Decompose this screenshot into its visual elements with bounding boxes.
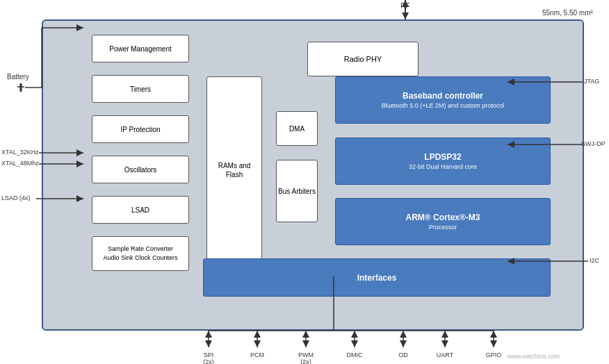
ip-protection-box: IP Protection bbox=[92, 115, 189, 143]
sample-rate-box: Sample Rate Converter Audio Sink Clock C… bbox=[92, 236, 189, 271]
svg-text:SWJ-DP: SWJ-DP bbox=[581, 140, 606, 147]
chip-diagram: Radio PHY Power Management Timers IP Pro… bbox=[42, 19, 584, 331]
svg-marker-2 bbox=[402, 0, 409, 7]
svg-marker-49 bbox=[400, 340, 407, 347]
svg-marker-40 bbox=[302, 340, 309, 347]
svg-text:PWM: PWM bbox=[298, 351, 314, 358]
svg-text:I2C: I2C bbox=[590, 257, 600, 264]
rams-flash-box: RAMs and Flash bbox=[206, 76, 262, 264]
svg-text:OD: OD bbox=[398, 351, 408, 358]
svg-marker-56 bbox=[490, 331, 497, 338]
svg-text:JTAG: JTAG bbox=[584, 78, 599, 85]
svg-text:www.eetchina.com: www.eetchina.com bbox=[507, 353, 560, 360]
svg-marker-35 bbox=[254, 331, 261, 338]
svg-marker-39 bbox=[302, 331, 309, 338]
svg-marker-45 bbox=[351, 340, 358, 347]
svg-marker-36 bbox=[254, 340, 261, 347]
svg-text:XTAL_32KHz: XTAL_32KHz bbox=[1, 149, 39, 156]
oscillators-box: Oscillators bbox=[92, 156, 189, 183]
svg-marker-44 bbox=[351, 331, 358, 338]
svg-marker-3 bbox=[402, 13, 409, 19]
svg-marker-48 bbox=[400, 331, 407, 338]
svg-text:PCM: PCM bbox=[250, 351, 264, 358]
svg-text:Battery: Battery bbox=[7, 73, 29, 81]
svg-marker-30 bbox=[205, 331, 212, 338]
interfaces-box: Interfaces bbox=[203, 258, 551, 297]
svg-marker-52 bbox=[441, 331, 448, 338]
svg-text:RF: RF bbox=[400, 2, 409, 10]
svg-text:SPI: SPI bbox=[204, 351, 214, 358]
svg-text:LSAD (4x): LSAD (4x) bbox=[1, 195, 31, 201]
timers-box: Timers bbox=[92, 75, 189, 103]
lsad-box: LSAD bbox=[92, 196, 189, 224]
power-management-box: Power Management bbox=[92, 35, 189, 63]
svg-text:55nm, 5.50 mm²: 55nm, 5.50 mm² bbox=[542, 9, 593, 17]
svg-marker-31 bbox=[205, 340, 212, 347]
lpdsp-box: LPDSP32 32-bit Dual Harvard core bbox=[335, 138, 551, 185]
svg-text:DMIC: DMIC bbox=[347, 351, 363, 358]
svg-marker-53 bbox=[441, 340, 448, 347]
svg-text:XTAL_48Mhz: XTAL_48Mhz bbox=[1, 160, 39, 167]
radio-phy-box: Radio PHY bbox=[307, 42, 419, 76]
svg-text:GPIO: GPIO bbox=[486, 351, 502, 358]
svg-text:(2x): (2x) bbox=[203, 358, 214, 364]
svg-text:(2x): (2x) bbox=[300, 358, 311, 364]
bus-arbiters-box: Bus Arbiters bbox=[276, 160, 318, 222]
svg-marker-57 bbox=[490, 340, 497, 347]
arm-box: ARM® Cortex®-M3 Processor bbox=[335, 198, 551, 245]
baseband-box: Baseband controller Bluetooth 5.0 (+LE 2… bbox=[335, 76, 551, 124]
radio-phy-label: Radio PHY bbox=[344, 55, 382, 63]
dma-box: DMA bbox=[276, 111, 318, 146]
svg-text:UART: UART bbox=[437, 351, 454, 358]
